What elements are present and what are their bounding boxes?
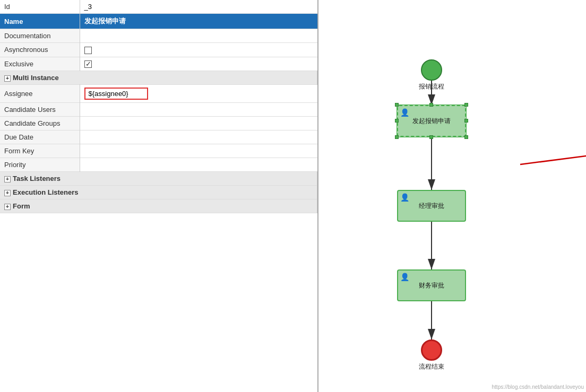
prop-label-form[interactable]: +Form xyxy=(0,199,317,213)
properties-panel: Id _3 Name 发起报销申请 Documentation Asynchro… xyxy=(0,0,318,392)
prop-label-task-listeners[interactable]: +Task Listeners xyxy=(0,172,317,186)
svg-line-6 xyxy=(520,132,586,164)
selection-handle-tr[interactable] xyxy=(464,103,468,107)
table-row: Candidate Users xyxy=(0,103,317,117)
prop-value-priority[interactable] xyxy=(80,158,317,172)
expand-multi-instance-icon[interactable]: + xyxy=(4,75,11,82)
task-label-1: 发起报销申请 xyxy=(412,117,451,126)
prop-label-candidate-groups: Candidate Groups xyxy=(0,117,80,130)
task-finance-approval[interactable]: 👤 财务审批 xyxy=(397,269,466,301)
expand-execution-listeners-icon[interactable]: + xyxy=(4,190,11,196)
start-event-label: 报销流程 xyxy=(410,82,453,91)
selection-handle-ml[interactable] xyxy=(395,119,399,123)
selection-handle-tm[interactable] xyxy=(429,103,433,107)
prop-value-name[interactable]: 发起报销申请 xyxy=(80,14,317,29)
prop-label-asynchronous: Asynchronous xyxy=(0,43,80,57)
prop-label-exclusive: Exclusive xyxy=(0,57,80,71)
task-label-3: 财务审批 xyxy=(419,281,444,290)
table-row: +Execution Listeners xyxy=(0,186,317,199)
table-row: +Form xyxy=(0,199,317,213)
expand-task-listeners-icon[interactable]: + xyxy=(4,176,11,182)
table-row: Form Key xyxy=(0,144,317,158)
user-task-icon-2: 👤 xyxy=(400,193,409,202)
diagram-panel: 报销流程 👤 发起报销申请 依次 是 ${assigneed0} ${assig… xyxy=(318,0,586,392)
task-manager-approval[interactable]: 👤 经理审批 xyxy=(397,190,466,222)
prop-label-form-key: Form Key xyxy=(0,144,80,158)
assignee-input[interactable]: ${assignee0} xyxy=(84,88,148,100)
end-event[interactable] xyxy=(421,339,442,361)
main-area: Id _3 Name 发起报销申请 Documentation Asynchro… xyxy=(0,0,586,392)
prop-label-due-date: Due Date xyxy=(0,130,80,144)
table-row: Name 发起报销申请 xyxy=(0,14,317,29)
table-row: +Multi Instance xyxy=(0,71,317,85)
checkbox-asynchronous[interactable] xyxy=(84,47,92,54)
start-event[interactable] xyxy=(421,59,442,81)
table-row: Priority xyxy=(0,158,317,172)
selection-handle-br[interactable] xyxy=(464,135,468,139)
selection-handle-bm[interactable] xyxy=(429,135,433,139)
prop-value-form-key[interactable] xyxy=(80,144,317,158)
table-row: Asynchronous xyxy=(0,43,317,57)
prop-value-id[interactable]: _3 xyxy=(80,0,317,14)
prop-label-name: Name xyxy=(0,14,80,29)
table-row: Candidate Groups xyxy=(0,117,317,130)
properties-table: Id _3 Name 发起报销申请 Documentation Asynchro… xyxy=(0,0,317,213)
prop-label-execution-listeners[interactable]: +Execution Listeners xyxy=(0,186,317,199)
prop-label-id: Id xyxy=(0,0,80,14)
user-task-icon-1: 👤 xyxy=(400,108,409,117)
table-row: Due Date xyxy=(0,130,317,144)
task-start-reimbursement[interactable]: 👤 发起报销申请 xyxy=(397,105,466,137)
diagram-canvas: 报销流程 👤 发起报销申请 依次 是 ${assigneed0} ${assig… xyxy=(318,0,586,392)
prop-value-due-date[interactable] xyxy=(80,130,317,144)
prop-value-assignee[interactable]: ${assignee0} xyxy=(80,85,317,103)
prop-value-candidate-groups[interactable] xyxy=(80,117,317,130)
prop-value-asynchronous[interactable] xyxy=(80,43,317,57)
table-row: +Task Listeners xyxy=(0,172,317,186)
watermark: https://blog.csdn.net/balandant.loveyou xyxy=(492,384,584,390)
prop-label-candidate-users: Candidate Users xyxy=(0,103,80,117)
user-task-icon-3: 👤 xyxy=(400,273,409,281)
table-row: Id _3 xyxy=(0,0,317,14)
selection-handle-mr[interactable] xyxy=(464,119,468,123)
end-event-label: 流程结束 xyxy=(410,362,453,371)
prop-label-assignee: Assignee xyxy=(0,85,80,103)
prop-value-candidate-users[interactable] xyxy=(80,103,317,117)
table-row: Exclusive xyxy=(0,57,317,71)
prop-value-documentation[interactable] xyxy=(80,29,317,43)
expand-form-icon[interactable]: + xyxy=(4,204,11,210)
task-label-2: 经理审批 xyxy=(419,202,444,211)
table-row: Documentation xyxy=(0,29,317,43)
checkbox-exclusive[interactable] xyxy=(84,60,92,68)
prop-value-exclusive[interactable] xyxy=(80,57,317,71)
prop-label-documentation: Documentation xyxy=(0,29,80,43)
selection-handle-bl[interactable] xyxy=(395,135,399,139)
table-row: Assignee ${assignee0} xyxy=(0,85,317,103)
prop-label-priority: Priority xyxy=(0,158,80,172)
selection-handle-tl[interactable] xyxy=(395,103,399,107)
prop-label-multi-instance[interactable]: +Multi Instance xyxy=(0,71,317,85)
